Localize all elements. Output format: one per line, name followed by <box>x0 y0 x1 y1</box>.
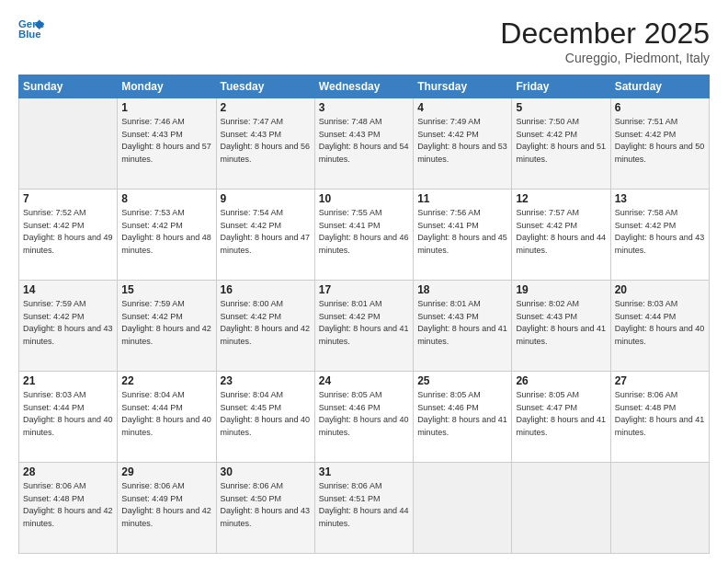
header: General Blue December 2025 Cureggio, Pie… <box>18 17 710 65</box>
calendar-cell: 16Sunrise: 8:00 AMSunset: 4:42 PMDayligh… <box>216 281 314 372</box>
day-number: 30 <box>221 465 311 478</box>
calendar-cell: 31Sunrise: 8:06 AMSunset: 4:51 PMDayligh… <box>314 463 413 554</box>
day-number: 7 <box>23 192 113 205</box>
day-number: 5 <box>516 101 606 114</box>
day-number: 26 <box>516 374 606 387</box>
day-info: Sunrise: 7:57 AMSunset: 4:42 PMDaylight:… <box>516 207 606 257</box>
day-number: 14 <box>23 283 113 296</box>
calendar-page: General Blue December 2025 Cureggio, Pie… <box>0 0 728 563</box>
svg-text:Blue: Blue <box>18 29 41 40</box>
day-info: Sunrise: 8:03 AMSunset: 4:44 PMDaylight:… <box>23 389 113 439</box>
calendar-cell <box>512 463 610 554</box>
day-info: Sunrise: 7:55 AMSunset: 4:41 PMDaylight:… <box>319 207 409 257</box>
calendar-table: SundayMondayTuesdayWednesdayThursdayFrid… <box>18 75 710 554</box>
day-headers-row: SundayMondayTuesdayWednesdayThursdayFrid… <box>19 75 710 98</box>
day-number: 24 <box>319 374 409 387</box>
calendar-cell: 7Sunrise: 7:52 AMSunset: 4:42 PMDaylight… <box>19 190 118 281</box>
day-number: 20 <box>615 283 705 296</box>
day-info: Sunrise: 8:06 AMSunset: 4:48 PMDaylight:… <box>615 389 705 439</box>
calendar-cell: 27Sunrise: 8:06 AMSunset: 4:48 PMDayligh… <box>610 372 709 463</box>
calendar-cell: 15Sunrise: 7:59 AMSunset: 4:42 PMDayligh… <box>118 281 216 372</box>
day-info: Sunrise: 8:00 AMSunset: 4:42 PMDaylight:… <box>221 298 311 348</box>
day-info: Sunrise: 7:59 AMSunset: 4:42 PMDaylight:… <box>23 298 113 348</box>
day-info: Sunrise: 8:06 AMSunset: 4:48 PMDaylight:… <box>23 480 113 530</box>
calendar-cell: 10Sunrise: 7:55 AMSunset: 4:41 PMDayligh… <box>314 190 413 281</box>
day-info: Sunrise: 8:01 AMSunset: 4:42 PMDaylight:… <box>319 298 409 348</box>
calendar-cell: 17Sunrise: 8:01 AMSunset: 4:42 PMDayligh… <box>314 281 413 372</box>
day-info: Sunrise: 8:06 AMSunset: 4:50 PMDaylight:… <box>221 480 311 530</box>
calendar-cell: 9Sunrise: 7:54 AMSunset: 4:42 PMDaylight… <box>216 190 314 281</box>
day-number: 19 <box>516 283 606 296</box>
day-number: 4 <box>417 101 507 114</box>
day-info: Sunrise: 8:04 AMSunset: 4:45 PMDaylight:… <box>221 389 311 439</box>
week-row-1: 1Sunrise: 7:46 AMSunset: 4:43 PMDaylight… <box>19 98 710 190</box>
day-info: Sunrise: 8:05 AMSunset: 4:46 PMDaylight:… <box>417 389 507 439</box>
day-header-thursday: Thursday <box>414 75 512 98</box>
day-number: 13 <box>615 192 705 205</box>
day-number: 9 <box>221 192 311 205</box>
day-number: 2 <box>221 101 311 114</box>
day-info: Sunrise: 8:04 AMSunset: 4:44 PMDaylight:… <box>121 389 211 439</box>
calendar-cell: 14Sunrise: 7:59 AMSunset: 4:42 PMDayligh… <box>19 281 118 372</box>
day-info: Sunrise: 7:53 AMSunset: 4:42 PMDaylight:… <box>121 207 211 257</box>
day-header-monday: Monday <box>118 75 216 98</box>
day-number: 21 <box>23 374 113 387</box>
day-info: Sunrise: 7:58 AMSunset: 4:42 PMDaylight:… <box>615 207 705 257</box>
calendar-cell: 30Sunrise: 8:06 AMSunset: 4:50 PMDayligh… <box>216 463 314 554</box>
day-header-saturday: Saturday <box>610 75 709 98</box>
day-number: 31 <box>319 465 409 478</box>
day-info: Sunrise: 7:47 AMSunset: 4:43 PMDaylight:… <box>221 116 311 166</box>
day-info: Sunrise: 7:46 AMSunset: 4:43 PMDaylight:… <box>121 116 211 166</box>
day-info: Sunrise: 7:52 AMSunset: 4:42 PMDaylight:… <box>23 207 113 257</box>
day-number: 27 <box>615 374 705 387</box>
day-info: Sunrise: 8:05 AMSunset: 4:46 PMDaylight:… <box>319 389 409 439</box>
calendar-cell: 1Sunrise: 7:46 AMSunset: 4:43 PMDaylight… <box>118 98 216 190</box>
calendar-cell: 26Sunrise: 8:05 AMSunset: 4:47 PMDayligh… <box>512 372 610 463</box>
calendar-cell: 8Sunrise: 7:53 AMSunset: 4:42 PMDaylight… <box>118 190 216 281</box>
week-row-3: 14Sunrise: 7:59 AMSunset: 4:42 PMDayligh… <box>19 281 710 372</box>
calendar-cell: 20Sunrise: 8:03 AMSunset: 4:44 PMDayligh… <box>610 281 709 372</box>
calendar-cell: 22Sunrise: 8:04 AMSunset: 4:44 PMDayligh… <box>118 372 216 463</box>
day-number: 10 <box>319 192 409 205</box>
calendar-cell: 18Sunrise: 8:01 AMSunset: 4:43 PMDayligh… <box>414 281 512 372</box>
calendar-cell <box>414 463 512 554</box>
week-row-2: 7Sunrise: 7:52 AMSunset: 4:42 PMDaylight… <box>19 190 710 281</box>
day-info: Sunrise: 7:56 AMSunset: 4:41 PMDaylight:… <box>417 207 507 257</box>
day-info: Sunrise: 8:02 AMSunset: 4:43 PMDaylight:… <box>516 298 606 348</box>
calendar-cell: 23Sunrise: 8:04 AMSunset: 4:45 PMDayligh… <box>216 372 314 463</box>
location: Cureggio, Piedmont, Italy <box>500 51 710 65</box>
day-number: 28 <box>23 465 113 478</box>
day-number: 3 <box>319 101 409 114</box>
day-info: Sunrise: 7:59 AMSunset: 4:42 PMDaylight:… <box>121 298 211 348</box>
calendar-cell: 19Sunrise: 8:02 AMSunset: 4:43 PMDayligh… <box>512 281 610 372</box>
day-info: Sunrise: 8:01 AMSunset: 4:43 PMDaylight:… <box>417 298 507 348</box>
day-header-wednesday: Wednesday <box>314 75 413 98</box>
calendar-cell: 28Sunrise: 8:06 AMSunset: 4:48 PMDayligh… <box>19 463 118 554</box>
day-number: 15 <box>121 283 211 296</box>
day-number: 25 <box>417 374 507 387</box>
calendar-cell: 25Sunrise: 8:05 AMSunset: 4:46 PMDayligh… <box>414 372 512 463</box>
day-info: Sunrise: 7:48 AMSunset: 4:43 PMDaylight:… <box>319 116 409 166</box>
week-row-4: 21Sunrise: 8:03 AMSunset: 4:44 PMDayligh… <box>19 372 710 463</box>
logo: General Blue <box>18 17 44 42</box>
month-title: December 2025 <box>500 17 710 51</box>
day-number: 23 <box>221 374 311 387</box>
day-number: 8 <box>121 192 211 205</box>
calendar-cell <box>19 98 118 190</box>
calendar-cell: 21Sunrise: 8:03 AMSunset: 4:44 PMDayligh… <box>19 372 118 463</box>
calendar-cell: 4Sunrise: 7:49 AMSunset: 4:42 PMDaylight… <box>414 98 512 190</box>
calendar-cell: 29Sunrise: 8:06 AMSunset: 4:49 PMDayligh… <box>118 463 216 554</box>
week-row-5: 28Sunrise: 8:06 AMSunset: 4:48 PMDayligh… <box>19 463 710 554</box>
calendar-cell: 2Sunrise: 7:47 AMSunset: 4:43 PMDaylight… <box>216 98 314 190</box>
calendar-cell: 12Sunrise: 7:57 AMSunset: 4:42 PMDayligh… <box>512 190 610 281</box>
calendar-cell: 11Sunrise: 7:56 AMSunset: 4:41 PMDayligh… <box>414 190 512 281</box>
day-number: 18 <box>417 283 507 296</box>
day-number: 17 <box>319 283 409 296</box>
day-header-sunday: Sunday <box>19 75 118 98</box>
day-number: 11 <box>417 192 507 205</box>
day-number: 29 <box>121 465 211 478</box>
logo-icon: General Blue <box>18 17 44 42</box>
day-number: 16 <box>221 283 311 296</box>
day-number: 1 <box>121 101 211 114</box>
day-info: Sunrise: 8:03 AMSunset: 4:44 PMDaylight:… <box>615 298 705 348</box>
